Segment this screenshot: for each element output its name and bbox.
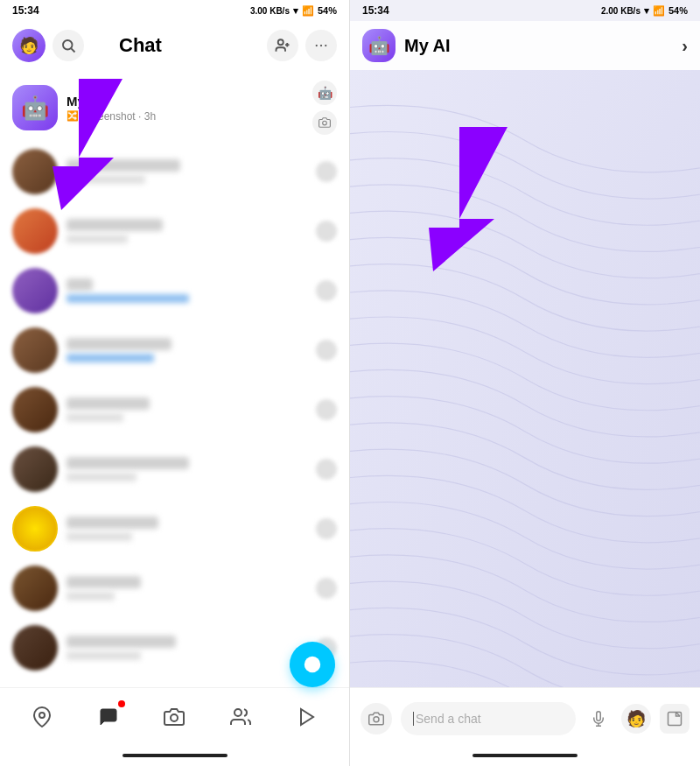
home-bar-right — [472, 754, 578, 757]
nav-camera[interactable] — [152, 697, 196, 741]
chat-item-8[interactable] — [0, 559, 349, 618]
signal-icon: 📶 — [302, 5, 314, 17]
battery-text: 54% — [318, 5, 337, 16]
svg-point-8 — [323, 121, 327, 125]
chat-item-2[interactable] — [0, 201, 349, 261]
chat-icon — [98, 706, 119, 731]
play-icon — [297, 706, 318, 731]
svg-point-7 — [325, 45, 326, 46]
right-camera-button[interactable] — [360, 703, 392, 734]
my-ai-subtitle-text: Screenshot · 3h — [82, 110, 156, 123]
right-panel: 15:34 2.00 KB/s ▾ 📶 54% 🤖 My AI › — [350, 0, 700, 766]
blurred-name-1 — [66, 159, 180, 172]
blurred-name-7 — [66, 517, 158, 529]
blurred-sub-7 — [66, 532, 132, 541]
header-actions — [267, 30, 337, 61]
right-signal-icon: 📶 — [653, 5, 665, 17]
blurred-meta-1 — [316, 161, 337, 182]
camera-icon — [164, 706, 185, 731]
chat-fab-button[interactable] — [290, 642, 335, 687]
blurred-sub-2 — [66, 235, 128, 243]
blurred-avatar-2 — [12, 208, 58, 254]
right-chevron-icon[interactable]: › — [682, 36, 688, 56]
blurred-avatar-4 — [12, 327, 58, 373]
blurred-meta-3 — [316, 280, 337, 301]
my-ai-header-icon: 🤖 — [368, 35, 390, 56]
home-bar-left — [122, 754, 228, 757]
blurred-name-9 — [66, 636, 176, 648]
nav-friends[interactable] — [219, 697, 262, 741]
svg-point-12 — [171, 714, 178, 721]
blurred-avatar-8 — [12, 566, 58, 611]
blurred-meta-7 — [316, 518, 337, 539]
right-chat-header[interactable]: 🤖 My AI › — [350, 21, 700, 70]
blurred-info-8 — [66, 576, 316, 601]
speed-icon: 3.00 KB/s — [250, 6, 290, 16]
blurred-sub-4 — [66, 354, 154, 362]
my-ai-subtitle: 🔀 Screenshot · 3h — [66, 110, 312, 123]
blurred-name-3a — [66, 278, 93, 291]
nav-map[interactable] — [20, 697, 64, 741]
blurred-info-4 — [66, 338, 316, 362]
svg-point-17 — [374, 716, 379, 721]
blurred-sub-9 — [66, 651, 141, 660]
right-wifi-icon: ▾ — [644, 5, 649, 17]
chat-item-4[interactable] — [0, 320, 349, 380]
blurred-meta-8 — [316, 578, 337, 599]
blurred-info-2 — [66, 219, 316, 243]
blurred-info-6 — [66, 457, 316, 481]
blurred-name-6 — [66, 457, 189, 469]
svg-point-11 — [39, 713, 45, 718]
emoji-avatar-icon: 🧑 — [626, 709, 646, 728]
blurred-name-5 — [66, 397, 150, 410]
wifi-icon: ▾ — [293, 5, 298, 17]
chat-badge — [118, 700, 125, 707]
blurred-sub-1 — [66, 175, 145, 184]
svg-point-6 — [320, 45, 322, 46]
chat-item-7[interactable] — [0, 499, 349, 559]
left-status-icons: 3.00 KB/s ▾ 📶 54% — [250, 5, 337, 17]
chat-item-my-ai[interactable]: 🤖 My AI 🔀 Screenshot · 3h 🤖 — [0, 74, 349, 142]
chat-item-1[interactable] — [0, 142, 349, 201]
emoji-button[interactable]: 🧑 — [621, 704, 651, 734]
left-time: 15:34 — [12, 4, 39, 17]
svg-point-13 — [234, 709, 242, 716]
blurred-info-9 — [66, 636, 316, 660]
chat-input-container[interactable]: Send a chat — [401, 702, 576, 735]
blurred-info-5 — [66, 397, 316, 422]
chat-item-6[interactable] — [0, 439, 349, 499]
blurred-meta-2 — [316, 221, 337, 242]
my-ai-avatar: 🤖 — [12, 85, 58, 130]
blurred-avatar-1 — [12, 149, 58, 194]
sticker-button[interactable] — [660, 704, 690, 734]
chat-item-5[interactable] — [0, 380, 349, 439]
blurred-sub-8 — [66, 592, 115, 601]
blurred-avatar-3 — [12, 268, 58, 313]
text-cursor — [413, 712, 414, 726]
blurred-sub-5 — [66, 413, 123, 422]
blurred-meta-4 — [316, 340, 337, 361]
svg-rect-20 — [668, 712, 682, 725]
my-ai-meta: 🤖 — [312, 81, 337, 135]
chat-background — [350, 70, 700, 687]
camera-icon-small — [312, 110, 337, 135]
chat-item-3[interactable] — [0, 261, 349, 320]
blurred-sub-6 — [66, 473, 136, 481]
blurred-avatar-5 — [12, 387, 58, 432]
chat-input-placeholder: Send a chat — [416, 712, 481, 726]
add-friend-button[interactable] — [267, 30, 298, 61]
blurred-sub-3 — [66, 294, 189, 303]
blurred-info-7 — [66, 517, 316, 541]
left-status-bar: 15:34 3.00 KB/s ▾ 📶 54% — [0, 0, 349, 21]
my-ai-info: My AI 🔀 Screenshot · 3h — [66, 94, 312, 123]
blurred-avatar-9 — [12, 625, 58, 671]
microphone-button[interactable] — [584, 705, 612, 733]
nav-play[interactable] — [285, 697, 329, 741]
nav-chat[interactable] — [87, 697, 130, 741]
svg-point-2 — [278, 39, 284, 45]
blurred-name-2 — [66, 219, 163, 231]
chat-list: 🤖 My AI 🔀 Screenshot · 3h 🤖 — [0, 70, 349, 687]
more-options-button[interactable] — [305, 30, 337, 61]
ai-avatar-icon: 🤖 — [21, 95, 49, 122]
home-indicator-left — [0, 748, 349, 766]
